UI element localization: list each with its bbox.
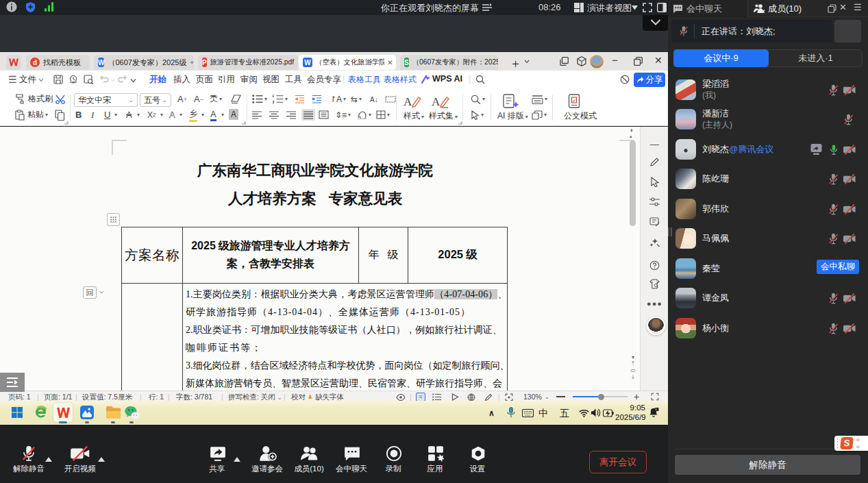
svg-text:A: A [404, 95, 412, 108]
svg-text:A: A [432, 95, 441, 108]
svg-text:A↓: A↓ [370, 96, 378, 103]
